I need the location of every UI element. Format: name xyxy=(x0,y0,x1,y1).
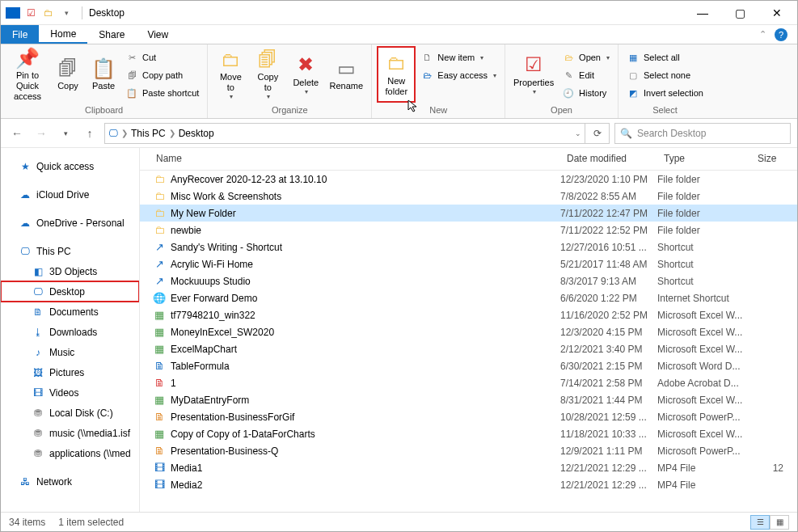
column-size[interactable]: Size xyxy=(751,148,783,170)
file-row[interactable]: 🗀AnyRecover 2020-12-23 at 13.10.1012/23/… xyxy=(140,171,797,188)
file-row[interactable]: ▦Copy of Copy of 1-DataForCharts11/18/20… xyxy=(140,425,797,442)
close-button[interactable]: ✕ xyxy=(758,1,796,25)
address-bar[interactable]: 🖵 ❯ This PC ❯ Desktop ⌄ xyxy=(104,123,585,144)
file-row[interactable]: ▦ExcelMapChart2/12/2021 3:40 PMMicrosoft… xyxy=(140,340,797,357)
file-row[interactable]: 🗀newbie7/11/2022 12:52 PMFile folder xyxy=(140,222,797,239)
icons-view-button[interactable]: ▦ xyxy=(770,515,789,530)
pin-to-quick-access-button[interactable]: 📌 Pin to Quick access xyxy=(6,46,49,103)
select-none-button[interactable]: ▢Select none xyxy=(623,67,707,83)
nav-pictures[interactable]: 🖼Pictures xyxy=(1,362,139,382)
new-folder-button[interactable]: 🗀 New folder xyxy=(377,46,416,103)
column-type[interactable]: Type xyxy=(657,148,751,170)
copy-to-button[interactable]: 🗐 Copy to▾ xyxy=(250,46,285,103)
edit-icon: ✎ xyxy=(562,70,575,81)
new-item-button[interactable]: 🗋New item▾ xyxy=(417,49,500,65)
file-list[interactable]: 🗀AnyRecover 2020-12-23 at 13.10.1012/23/… xyxy=(140,171,797,512)
file-icon: 🗀 xyxy=(153,207,166,220)
easy-access-icon: 🗁 xyxy=(420,70,433,80)
file-row[interactable]: 🗀Misc Work & Screenshots7/8/2022 8:55 AM… xyxy=(140,188,797,205)
pin-label: Pin to Quick access xyxy=(7,70,48,103)
paste-shortcut-button[interactable]: 📋Paste shortcut xyxy=(122,85,202,101)
rename-button[interactable]: ▭ Rename xyxy=(326,46,366,103)
file-row[interactable]: ▦tf77948210_win32211/16/2020 2:52 PMMicr… xyxy=(140,306,797,323)
nav-local-disk[interactable]: ⛃Local Disk (C:) xyxy=(1,403,139,423)
forward-button[interactable]: → xyxy=(32,124,51,143)
file-type: Shortcut xyxy=(657,259,751,270)
open-button[interactable]: 🗁Open▾ xyxy=(559,49,613,65)
file-row[interactable]: 🗎Presentation-BusinessForGif10/28/2021 1… xyxy=(140,408,797,425)
selection-count: 1 item selected xyxy=(58,517,124,528)
tab-home[interactable]: Home xyxy=(39,25,87,44)
edit-button[interactable]: ✎Edit xyxy=(559,67,613,83)
tab-view[interactable]: View xyxy=(136,25,179,44)
file-row[interactable]: ↗Sandy's Writing - Shortcut12/27/2016 10… xyxy=(140,239,797,255)
file-icon: 🗀 xyxy=(153,224,166,237)
file-type: Microsoft Word D... xyxy=(657,361,751,372)
column-name[interactable]: Name xyxy=(140,148,560,170)
move-to-button[interactable]: 🗀 Move to▾ xyxy=(213,46,248,103)
nav-icloud[interactable]: ☁iCloud Drive xyxy=(1,184,139,205)
copy-button[interactable]: 🗐 Copy xyxy=(51,46,85,103)
address-dropdown-icon[interactable]: ⌄ xyxy=(575,129,581,137)
file-icon: 🎞 xyxy=(153,462,166,475)
nav-desktop[interactable]: 🖵Desktop xyxy=(1,281,139,302)
properties-button[interactable]: ☑ Properties▾ xyxy=(510,46,557,103)
nav-quick-access[interactable]: ★Quick access xyxy=(1,156,139,176)
file-row[interactable]: ↗Acrylic Wi-Fi Home5/21/2017 11:48 AMSho… xyxy=(140,255,797,272)
copy-path-button[interactable]: 🗐Copy path xyxy=(122,67,202,83)
status-bar: 34 items 1 item selected ☰ ▦ xyxy=(1,512,797,531)
nav-this-pc[interactable]: 🖵This PC xyxy=(1,241,139,261)
file-type: Shortcut xyxy=(657,242,751,253)
nav-onedrive[interactable]: ☁OneDrive - Personal xyxy=(1,213,139,233)
file-row[interactable]: 🗎17/14/2021 2:58 PMAdobe Acrobat D... xyxy=(140,374,797,391)
minimize-button[interactable]: ― xyxy=(684,1,721,25)
tab-share[interactable]: Share xyxy=(87,25,136,44)
select-all-button[interactable]: ▦Select all xyxy=(623,49,707,65)
qat-properties-icon[interactable]: ☑ xyxy=(23,6,38,20)
breadcrumb-desktop[interactable]: Desktop xyxy=(179,128,214,139)
file-row[interactable]: 🌐Ever Forward Demo6/6/2020 1:22 PMIntern… xyxy=(140,289,797,306)
nav-music[interactable]: ♪Music xyxy=(1,342,139,362)
file-type: File folder xyxy=(657,191,751,202)
nav-videos[interactable]: 🎞Videos xyxy=(1,382,139,403)
file-row[interactable]: 🎞Media212/21/2021 12:29 ...MP4 File xyxy=(140,476,797,493)
cut-button[interactable]: ✂Cut xyxy=(122,49,202,65)
nav-documents[interactable]: 🗎Documents xyxy=(1,302,139,322)
easy-access-button[interactable]: 🗁Easy access▾ xyxy=(417,67,500,83)
refresh-button[interactable]: ⟳ xyxy=(585,123,610,144)
file-row[interactable]: 🗀My New Folder7/11/2022 12:47 PMFile fol… xyxy=(140,205,797,222)
invert-selection-button[interactable]: ◩Invert selection xyxy=(623,85,707,101)
nav-network[interactable]: 🖧Network xyxy=(1,471,139,492)
group-new: 🗀 New folder 🗋New item▾ 🗁Easy access▾ Ne… xyxy=(372,44,505,118)
nav-3d-objects[interactable]: ◧3D Objects xyxy=(1,261,139,281)
collapse-ribbon-icon[interactable]: ⌃ xyxy=(759,29,766,40)
file-row[interactable]: 🎞Media112/21/2021 12:29 ...MP4 File12 xyxy=(140,459,797,476)
back-button[interactable]: ← xyxy=(7,124,27,143)
nav-music-network[interactable]: ⛃music (\\media1.isf xyxy=(1,423,139,443)
group-open: ☑ Properties▾ 🗁Open▾ ✎Edit 🕘History Open xyxy=(505,44,619,118)
file-row[interactable]: ▦MyDataEntryForm8/31/2021 1:44 PMMicroso… xyxy=(140,391,797,408)
navigation-pane[interactable]: ★Quick access ☁iCloud Drive ☁OneDrive - … xyxy=(1,148,140,512)
up-button[interactable]: ↑ xyxy=(80,124,99,143)
nav-downloads[interactable]: ⭳Downloads xyxy=(1,322,139,342)
file-row[interactable]: ↗Mockuuups Studio8/3/2017 9:13 AMShortcu… xyxy=(140,272,797,289)
qat-folder-icon[interactable]: 🗀 xyxy=(41,6,56,20)
nav-apps-network[interactable]: ⛃applications (\\med xyxy=(1,443,139,463)
recent-locations-button[interactable]: ▾ xyxy=(56,124,75,143)
paste-button[interactable]: 📋 Paste xyxy=(87,46,120,103)
file-row[interactable]: ▦MoneyInExcel_SW202012/3/2020 4:15 PMMic… xyxy=(140,323,797,340)
tab-file[interactable]: File xyxy=(1,25,39,44)
file-row[interactable]: 🗎TableFormula6/30/2021 2:15 PMMicrosoft … xyxy=(140,357,797,374)
search-input[interactable]: 🔍 Search Desktop xyxy=(614,123,791,144)
help-icon[interactable]: ? xyxy=(775,28,787,41)
delete-button[interactable]: ✖ Delete▾ xyxy=(287,46,324,103)
details-view-button[interactable]: ☰ xyxy=(750,515,770,530)
column-date[interactable]: Date modified xyxy=(560,148,657,170)
file-row[interactable]: 🗎Presentation-Business-Q12/9/2021 1:11 P… xyxy=(140,442,797,459)
qat-overflow-icon[interactable]: ▾ xyxy=(59,6,74,20)
group-new-label: New xyxy=(377,105,500,116)
breadcrumb-this-pc[interactable]: This PC xyxy=(131,128,166,139)
file-type: Microsoft Excel W... xyxy=(657,310,751,321)
history-button[interactable]: 🕘History xyxy=(559,85,613,101)
maximize-button[interactable]: ▢ xyxy=(721,1,758,25)
